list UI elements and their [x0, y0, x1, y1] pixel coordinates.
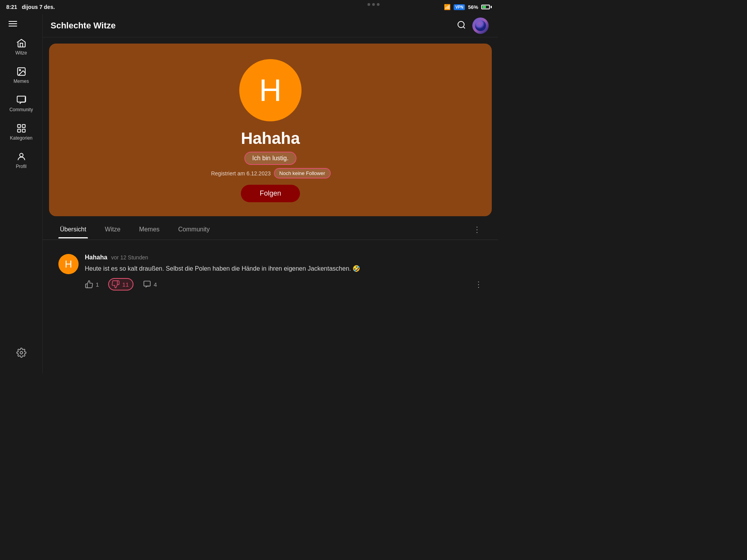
settings-icon [16, 348, 26, 358]
avatar-icon [475, 20, 486, 31]
wifi-icon: 📶 [444, 4, 451, 10]
status-left: 8:21 dijous 7 des. [6, 4, 55, 10]
status-dot-2 [372, 3, 375, 6]
like-count: 1 [96, 281, 99, 288]
post-body: Hahaha vor 12 Stunden Heute ist es so ka… [85, 254, 482, 290]
tab-memes-label: Memes [139, 226, 160, 233]
battery-tip [491, 6, 492, 8]
comment-button[interactable]: 4 [143, 280, 157, 289]
svg-rect-12 [144, 281, 151, 286]
tab-uebersicht[interactable]: Übersicht [58, 220, 88, 238]
status-right: 📶 VPN 56% [444, 4, 492, 10]
svg-rect-2 [17, 96, 26, 102]
sidebar-item-witze[interactable]: Witze [0, 33, 42, 60]
comment-count: 4 [154, 281, 157, 288]
search-icon [457, 20, 466, 30]
sidebar-item-community[interactable]: Community [0, 90, 42, 117]
post-author: Hahaha [85, 254, 107, 261]
sidebar-item-kategorien-label: Kategorien [10, 135, 32, 141]
status-date: dijous 7 des. [22, 4, 55, 10]
svg-rect-5 [18, 129, 21, 132]
post-actions: 1 11 [85, 278, 482, 290]
sidebar-item-memes-label: Memes [14, 79, 29, 84]
status-time: 8:21 [6, 4, 17, 10]
post-header: Hahaha vor 12 Stunden [85, 254, 482, 261]
tab-memes[interactable]: Memes [138, 220, 161, 238]
sidebar-item-witze-label: Witze [16, 50, 27, 56]
content-area: Schlechte Witze [43, 14, 498, 373]
profile-bio: Ich bin lustig. [245, 152, 295, 164]
dislike-count: 11 [122, 281, 129, 288]
sidebar-bottom [16, 341, 26, 366]
thumbs-down-icon [111, 280, 120, 289]
tabs-more-button[interactable]: ⋮ [472, 219, 482, 240]
profile-meta: Registriert am 6.12.2023 Noch keine Foll… [211, 169, 330, 178]
status-dot-1 [368, 3, 370, 6]
post-avatar-initial: H [65, 258, 72, 270]
person-icon [16, 152, 26, 162]
chat-icon [16, 95, 26, 105]
follow-button[interactable]: Folgen [241, 185, 300, 202]
tab-community[interactable]: Community [177, 220, 211, 238]
svg-rect-6 [22, 129, 25, 132]
settings-button[interactable] [16, 348, 26, 359]
sidebar-items: Witze Memes Community [0, 33, 42, 341]
battery-body [481, 5, 490, 9]
image-icon [16, 66, 26, 77]
profile-avatar-large: H [239, 59, 302, 121]
top-bar-actions [457, 18, 489, 34]
profile-name: Hahaha [241, 129, 300, 148]
svg-rect-3 [18, 124, 21, 128]
battery-fill [482, 6, 486, 8]
tabs-bar: Übersicht Witze Memes Community ⋮ [43, 219, 498, 240]
dislike-button[interactable]: 11 [108, 278, 133, 290]
user-avatar[interactable] [472, 18, 489, 34]
battery-percent: 56% [468, 4, 478, 10]
sidebar-item-kategorien[interactable]: Kategorien [0, 119, 42, 145]
sidebar-item-memes[interactable]: Memes [0, 62, 42, 89]
post-text: Heute ist es so kalt draußen. Selbst die… [85, 264, 482, 273]
hamburger-menu[interactable] [0, 14, 42, 33]
tab-uebersicht-label: Übersicht [60, 226, 86, 233]
tab-community-label: Community [178, 226, 210, 233]
sidebar-item-community-label: Community [9, 107, 33, 112]
tab-witze[interactable]: Witze [103, 220, 122, 238]
thumbs-up-icon [85, 280, 93, 289]
sidebar-item-profil-label: Profil [16, 164, 26, 169]
page-title: Schlechte Witze [51, 21, 116, 31]
svg-point-1 [19, 70, 20, 71]
grid-icon [16, 123, 26, 133]
battery-icon [481, 5, 492, 9]
search-button[interactable] [457, 20, 466, 31]
svg-point-8 [20, 352, 23, 354]
svg-line-10 [463, 27, 465, 28]
sidebar: Witze Memes Community [0, 14, 43, 373]
profile-initial: H [259, 72, 282, 108]
status-bar: 8:21 dijous 7 des. 📶 VPN 56% [0, 0, 498, 14]
profile-card: H Hahaha Ich bin lustig. Registriert am … [49, 44, 492, 216]
tab-witze-label: Witze [105, 226, 121, 233]
svg-point-11 [475, 20, 486, 31]
profile-followers-text: Noch keine Follower [279, 170, 325, 176]
profile-registered: Registriert am 6.12.2023 [211, 170, 270, 177]
sidebar-item-profil[interactable]: Profil [0, 147, 42, 174]
home-icon [16, 38, 26, 48]
status-dot-3 [377, 3, 380, 6]
vpn-badge: VPN [454, 4, 465, 10]
comment-icon [143, 280, 151, 289]
profile-bio-text: Ich bin lustig. [252, 155, 288, 161]
svg-point-7 [19, 153, 23, 157]
post-more-button[interactable]: ⋮ [475, 280, 482, 289]
svg-rect-4 [22, 124, 25, 128]
feed-area: H Hahaha vor 12 Stunden Heute ist es so … [43, 240, 498, 373]
status-dots-container [368, 3, 380, 6]
svg-point-9 [458, 21, 464, 28]
hamburger-icon [9, 21, 17, 26]
table-row: H Hahaha vor 12 Stunden Heute ist es so … [58, 248, 482, 297]
like-button[interactable]: 1 [85, 280, 99, 289]
post-time: vor 12 Stunden [111, 254, 148, 261]
top-bar: Schlechte Witze [43, 14, 498, 37]
post-avatar: H [58, 254, 79, 274]
main-layout: Witze Memes Community [0, 14, 498, 373]
profile-followers-badge: Noch keine Follower [275, 169, 330, 178]
